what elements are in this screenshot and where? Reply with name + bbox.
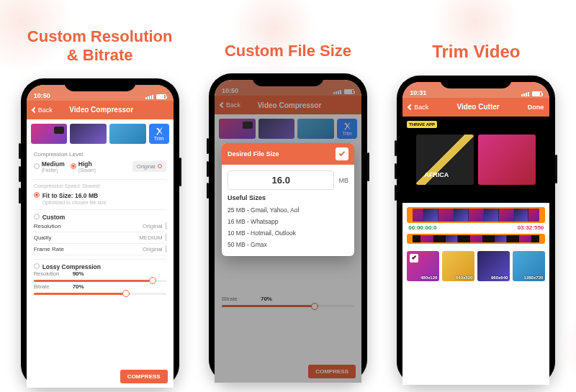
- poster-badge: THRIVE APP: [407, 121, 437, 128]
- useful-sizes-list: 25 MB - Gmail, Yahoo, Aol 16 MB - Whatsa…: [228, 204, 348, 250]
- back-button[interactable]: Back: [408, 104, 428, 111]
- slider-value: 70%: [68, 283, 84, 290]
- radio-medium[interactable]: Medium(Faster): [34, 160, 65, 173]
- bitrate-slider-row: Bitrate 70%: [34, 283, 166, 290]
- resolution-slider-row: Resolution 90%: [34, 270, 166, 277]
- video-thumbnail-row: Trim: [27, 119, 174, 148]
- video-thumbnail[interactable]: [70, 124, 107, 144]
- bitrate-slider[interactable]: [34, 293, 166, 295]
- resolution-option[interactable]: 480x120: [407, 251, 439, 281]
- row-resolution[interactable]: ResolutionOriginal: [34, 221, 166, 232]
- app-store-screenshots: Custom Resolution & Bitrate 10:50 Back V…: [0, 0, 576, 392]
- fit-to-size-label: Fit to Size: 16.0 MB: [42, 192, 98, 199]
- trim-handle-left[interactable]: [407, 234, 413, 244]
- trim-handle-right[interactable]: [539, 234, 545, 244]
- resolution-tag: 960x640: [491, 275, 508, 280]
- resolution-options: 480x120 640x320 960x640 1280x720: [402, 251, 549, 281]
- screenshot-2-column: Custom File Size 10:50 Back Video Compre…: [202, 13, 373, 392]
- file-size-unit: MB: [338, 177, 348, 184]
- back-button[interactable]: Back: [32, 106, 53, 114]
- original-chip[interactable]: Original: [132, 161, 166, 172]
- useful-size-item[interactable]: 50 MB - Gmax: [228, 239, 348, 250]
- compression-level-options: Medium(Faster) High(Slower) Original: [34, 160, 166, 173]
- trim-start-time: 00:00:00:0: [408, 224, 436, 231]
- file-size-input[interactable]: 16.0: [228, 170, 335, 190]
- resolution-option[interactable]: 960x640: [477, 251, 510, 281]
- screen-title: Video Compressor: [53, 106, 150, 114]
- radio-label: Medium: [42, 160, 65, 168]
- trim-button[interactable]: Trim: [149, 124, 169, 144]
- useful-size-item[interactable]: 25 MB - Gmail, Yahoo, Aol: [228, 204, 348, 216]
- useful-size-item[interactable]: 10 MB - Hotmail, Outlook: [228, 227, 348, 239]
- useful-sizes-heading: Useful Sizes: [228, 194, 348, 201]
- timeline-strip-main[interactable]: [407, 207, 545, 223]
- screen-3: 10:31 Back Video Cutter Done THRIVE APP …: [402, 82, 549, 385]
- battery-icon: [156, 94, 166, 99]
- radio-fit-to-size[interactable]: [34, 192, 40, 198]
- compression-speed-text: Compression Speed: Slowest: [34, 183, 166, 188]
- done-button[interactable]: Done: [528, 104, 544, 111]
- compress-button[interactable]: COMPRESS: [120, 370, 168, 383]
- headline-1-line1: Custom Resolution: [27, 27, 173, 45]
- row-label: Quality: [34, 234, 52, 241]
- section-label: Compression Level: [34, 151, 166, 158]
- custom-label: Custom: [42, 214, 66, 221]
- video-poster: [478, 135, 536, 185]
- check-icon: [339, 150, 345, 156]
- slider-label: Bitrate: [34, 283, 64, 290]
- chevron-right-icon: [166, 245, 166, 252]
- trim-handle-left[interactable]: [407, 207, 413, 223]
- resolution-option[interactable]: 1280x720: [513, 251, 545, 281]
- row-quality[interactable]: QualityMEDIUM: [34, 232, 166, 244]
- signal-icon: [145, 95, 153, 99]
- slider-label: Resolution: [34, 270, 64, 277]
- screen-1: 10:50 Back Video Compressor Tri: [27, 85, 174, 388]
- resolution-option[interactable]: 640x320: [442, 251, 474, 281]
- chip-label: Original: [137, 163, 156, 170]
- chevron-right-icon: [166, 234, 166, 241]
- phone-mock-3: 10:31 Back Video Cutter Done THRIVE APP …: [397, 76, 555, 385]
- radio-label: High: [78, 160, 92, 168]
- useful-size-item[interactable]: 16 MB - Whatsapp: [228, 216, 348, 227]
- video-preview[interactable]: THRIVE APP AFRICA: [402, 117, 549, 203]
- row-label: Resolution: [34, 223, 61, 229]
- nav-bar: Back Video Cutter Done: [402, 98, 549, 117]
- trim-end-time: 03:32:550: [518, 224, 544, 231]
- signal-icon: [521, 92, 529, 96]
- radio-custom[interactable]: [34, 214, 40, 219]
- selected-check: [410, 254, 418, 263]
- resolution-slider[interactable]: [34, 280, 166, 282]
- radio-sublabel: (Faster): [42, 168, 65, 173]
- headline-1-line2: & Bitrate: [67, 46, 133, 64]
- headline-1: Custom Resolution & Bitrate: [27, 27, 173, 65]
- scissors-icon: [155, 127, 163, 135]
- fit-to-size-sub: Optimized to chosen file size: [42, 200, 107, 205]
- resolution-tag: 640x320: [456, 275, 472, 280]
- headline-3: Trim Video: [432, 42, 520, 63]
- row-label: Frame Rate: [34, 246, 64, 252]
- row-value: Original: [143, 223, 163, 229]
- back-label: Back: [38, 106, 53, 114]
- status-time: 10:31: [410, 89, 426, 96]
- screenshot-1-column: Custom Resolution & Bitrate 10:50 Back V…: [14, 13, 185, 392]
- battery-icon: [532, 91, 542, 96]
- nav-bar: Back Video Compressor: [27, 101, 174, 119]
- radio-high[interactable]: High(Slower): [71, 160, 96, 173]
- trim-label: Trim: [154, 136, 164, 141]
- modal-confirm-button[interactable]: [336, 147, 348, 160]
- video-thumbnail[interactable]: [31, 124, 68, 144]
- row-value: MEDIUM: [139, 234, 162, 241]
- modal-header: Desired File Size: [222, 143, 354, 165]
- trim-times: 00:00:00:0 03:32:550: [408, 224, 544, 231]
- phone-notch: [64, 78, 136, 91]
- row-framerate[interactable]: Frame RateOriginal: [34, 244, 166, 255]
- phone-mock-2: 10:50 Back Video Compressor Trim Compres…: [209, 73, 367, 383]
- slider-value: 90%: [68, 270, 84, 277]
- headline-2: Custom File Size: [225, 42, 351, 60]
- resolution-tag: 1280x720: [524, 275, 544, 280]
- video-thumbnail[interactable]: [109, 124, 146, 144]
- trim-handle-right[interactable]: [539, 207, 545, 223]
- timeline-strip-secondary[interactable]: [407, 234, 545, 244]
- radio-lossy[interactable]: [34, 263, 40, 269]
- chevron-left-icon: [31, 107, 37, 113]
